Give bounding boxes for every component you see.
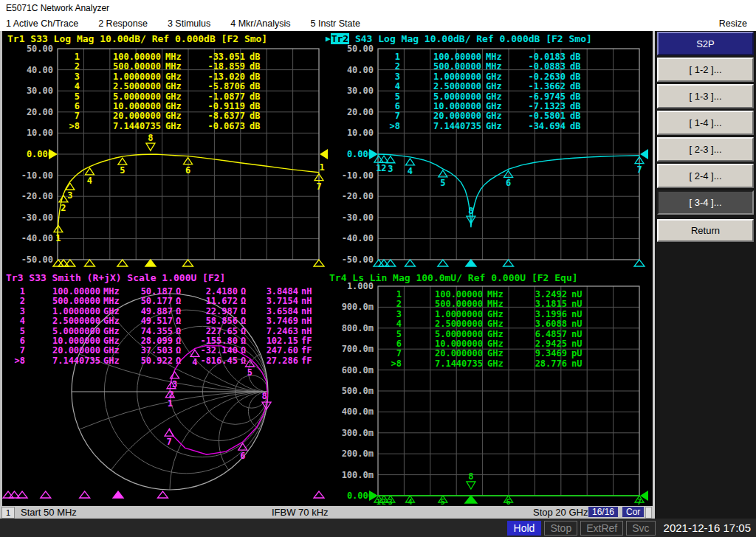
svg-text:2: 2 [381,163,386,173]
svg-text:-20.00: -20.00 [21,191,53,201]
menu-stimulus[interactable]: 3 Stimulus [168,18,210,29]
tr4-marker-row: >87.1440735GHz28.776nU [384,359,594,369]
tr2-header: ▶Tr2 S43 Log Mag 10.00dB/ Ref 0.000dB [F… [326,33,592,44]
tr3-header: Tr3 S33 Smith (R+jX) Scale 1.000U [F2] [6,272,225,283]
svg-text:6: 6 [240,451,245,461]
softkey-3-4-active[interactable]: [ 3-4 ]... [657,190,754,215]
status-bar: 1 Start 50 MHz IFBW 70 kHz Stop 20 GHz 1… [0,506,653,519]
tr4-marker-row: 610.000000GHz2.9425nU [384,339,594,349]
svg-text:4: 4 [87,176,92,186]
sweep-points-badge: 16/16 [588,507,618,517]
tr4-marker-table: 1100.00000MHz3.2492nU2500.00000MHz3.1815… [384,290,594,369]
svg-text:8: 8 [148,133,153,143]
svg-text:8: 8 [468,471,473,482]
tr1-stimulus-markers [53,260,324,266]
tr4-marker-row: 1100.00000MHz3.2492nU [384,290,594,299]
svg-text:4: 4 [408,498,412,506]
tr4-marker-row: 42.5000000GHz3.6088nU [384,319,594,329]
softkey-1-3[interactable]: [ 1-3 ]... [657,84,754,108]
svg-text:30.00: 30.00 [27,86,53,96]
tr2-marker-row: 610.000000GHz-7.1323dB [382,102,592,111]
svg-text:800.0m: 800.0m [342,323,374,333]
svg-text:3: 3 [67,190,72,201]
menu-bar: 1 Active Ch/Trace 2 Response 3 Stimulus … [0,16,756,31]
tr2-stimulus-markers [374,260,645,266]
svg-text:-50.00: -50.00 [342,254,374,265]
svg-text:-50.00: -50.00 [21,254,53,265]
tr2-marker-row: 2500.00000MHz-0.0883dB [382,62,592,72]
svg-text:5: 5 [120,165,125,176]
tr2-marker-row: 720.000000GHz-0.5801dB [382,111,592,121]
svg-text:8: 8 [468,206,473,216]
stop-frequency-label: Stop 20 GHz [533,507,588,518]
softkey-1-4[interactable]: [ 1-4 ]... [657,111,754,135]
svg-text:-20.00: -20.00 [342,191,374,201]
tr1-marker-row: 1100.00000MHz-33.051dB [62,52,272,62]
svg-text:6: 6 [506,498,511,506]
tr4-marker-row: 720.000000GHz9.3469pU [384,349,594,358]
tr3-marker-table: 1100.00000MHz50.187Ω2.4180Ω3.8484nH2500.… [7,287,319,366]
screen-left-frame [0,31,2,519]
status-spacer-box [645,507,652,519]
svc-indicator: Svc [626,521,655,536]
svg-text:2: 2 [382,498,386,506]
svg-text:5: 5 [441,498,445,506]
menu-mkr-analysis[interactable]: 4 Mkr/Analysis [230,18,290,29]
menu-response[interactable]: 2 Response [98,18,148,29]
svg-text:7: 7 [637,498,642,506]
tr3-marker-row: 55.0000000GHz74.355Ω227.65Ω7.2463nH [7,327,319,336]
softkey-return[interactable]: Return [657,219,754,242]
tr3-marker-row: 1100.00000MHz50.187Ω2.4180Ω3.8484nH [7,287,319,297]
tr2-marker-row: 55.0000000GHz-6.9745dB [382,92,592,102]
svg-text:300.0m: 300.0m [342,428,374,438]
tr1-marker-row: 55.0000000GHz-1.0877dB [62,92,272,102]
window-titlebar: E5071C Network Analyzer [0,0,756,16]
tr3-stimulus-markers [3,491,324,498]
svg-text:7: 7 [316,181,321,192]
softkey-2-3[interactable]: [ 2-3 ]... [657,137,754,162]
tr2-header-rest: S43 Log Mag 10.00dB/ Ref 0.000dB [F2 Smo… [349,33,592,44]
svg-text:-30.00: -30.00 [21,212,53,223]
svg-text:500.0m: 500.0m [342,386,374,396]
hold-indicator: Hold [507,521,542,536]
svg-text:1: 1 [377,498,381,506]
svg-text:2: 2 [61,203,66,213]
tr3-marker-row: 42.5000000GHz49.517Ω58.856Ω3.7469nH [7,316,319,326]
tr4-marker-row: 31.0000000GHz3.1996nU [384,310,594,319]
active-trace-arrow-icon: ▶ [326,34,331,44]
svg-text:30.00: 30.00 [347,86,374,96]
svg-text:-10.00: -10.00 [342,170,374,181]
menu-instr-state[interactable]: 5 Instr State [311,18,360,29]
tr1-marker-row: 2500.00000MHz-18.859dB [62,62,272,72]
svg-text:40.00: 40.00 [27,65,53,75]
svg-text:5: 5 [247,367,252,378]
svg-text:8: 8 [261,391,267,401]
tr1-marker-row: 720.000000GHz-8.6377dB [62,111,272,121]
svg-text:700.0m: 700.0m [342,344,374,354]
ifbw-label: IFBW 70 kHz [272,507,329,518]
svg-text:400.0m: 400.0m [342,406,374,417]
tr2-marker-row: 31.0000000GHz-0.2630dB [382,72,592,82]
svg-text:600.0m: 600.0m [342,365,374,375]
svg-text:1: 1 [319,162,324,173]
tr2-marker-row: 1100.00000MHz-0.0183dB [382,52,592,62]
softkey-1-2[interactable]: [ 1-2 ]... [657,58,754,82]
tr1-marker-row: 610.000000GHz-0.9119dB [62,102,272,111]
start-frequency-label: Start 50 MHz [21,507,77,518]
menu-resize[interactable]: Resize [719,18,747,29]
svg-text:1: 1 [55,233,61,243]
tr4-marker-row: 2500.00000MHz3.1815nU [384,299,594,309]
svg-text:-40.00: -40.00 [21,233,53,243]
svg-text:3: 3 [388,498,393,506]
tr3-marker-row: 610.000000GHz28.099Ω-155.80Ω102.15fF [7,336,319,346]
softkey-2-4[interactable]: [ 2-4 ]... [657,164,754,188]
datetime-display: 2021-12-16 17:05 [661,522,754,534]
menu-active-ch-trace[interactable]: 1 Active Ch/Trace [6,18,78,29]
instrument-screen: 50.0040.0030.0020.0010.000.000-10.00-20.… [0,31,653,506]
svg-text:20.00: 20.00 [27,107,53,117]
instrument-status-bar: Hold Stop ExtRef Svc 2021-12-16 17:05 [0,519,756,537]
tr2-marker-row: >87.1440735GHz-34.694dB [382,122,592,131]
e5071c-window: E5071C Network Analyzer 1 Active Ch/Trac… [0,0,756,537]
tr3-marker-row: >87.1440735GHz50.922Ω-816.45Ω27.286fF [7,356,319,366]
tr1-marker-row: 42.5000000GHz-5.8706dB [62,82,272,91]
